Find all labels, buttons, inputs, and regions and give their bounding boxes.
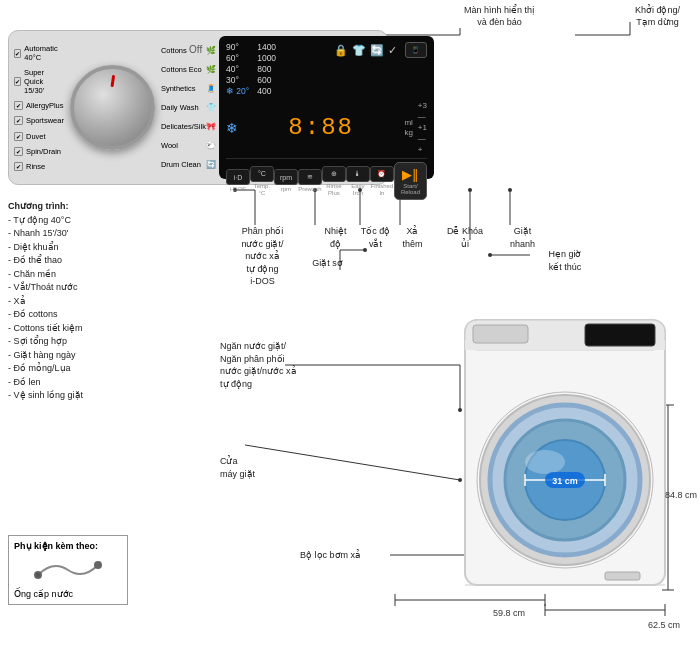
status-icons: 🔒 👕 🔄 ✓ 📱 [334, 42, 427, 58]
snowflake-icon: ❄ [226, 120, 238, 136]
btn-idos[interactable]: i·D i-DOS [226, 169, 250, 193]
svg-rect-41 [473, 325, 528, 343]
prog-chk-3: ✔ [14, 101, 23, 110]
prog-sports: ✔ Sportswear [14, 116, 64, 125]
plus-values: +3 — +1 — + [418, 101, 427, 154]
prog-quick: ✔ Super Quick 15/30' [14, 68, 64, 95]
dim-height-label: 84.8 cm [665, 490, 697, 500]
prog-drum: Drum Clean 🔄 [161, 160, 216, 169]
svg-point-48 [525, 450, 565, 474]
cua-may-giat-label: Cửa máy giặt [220, 455, 290, 480]
chuong-trinh-label: Chương trình: - Tự động 40°C - Nhanh 15'… [8, 200, 218, 403]
prog-daily: Daily Wash 👕 [161, 103, 216, 112]
icon-done: ✓ [388, 44, 397, 57]
btn-temp[interactable]: °C Temp. °C [250, 166, 274, 197]
accessories-title: Phụ kiện kèm theo: [14, 541, 122, 551]
ngan-nuoc-giat-label: Ngăn nước giặt/ Ngăn phân phối nước giặt… [220, 340, 310, 390]
prog-spin: ✔ Spin/Drain [14, 147, 64, 156]
prog-allergy: ✔ AllergyPlus [14, 101, 64, 110]
prog-chk-2: ✔ [14, 77, 21, 86]
svg-rect-42 [585, 324, 655, 346]
speed-options: 1400 1000 800 600 400 [257, 42, 276, 97]
start-reload-button[interactable]: ▶‖ Start/Reload [394, 162, 427, 200]
cable-image [14, 555, 122, 585]
time-display: 8:88 [241, 114, 401, 141]
giat-so-label: Giặt sơ [300, 258, 355, 268]
xa-them-label: Xả thêm [390, 225, 435, 250]
bo-loc-bom-xa-label: Bộ lọc bơm xả [300, 550, 390, 560]
display-screen: 90° 60° 40° 30° ❄ 20° 1400 1000 800 600 … [219, 36, 434, 179]
prog-wool: Wool 🐑 [161, 141, 216, 150]
cable-svg [33, 555, 103, 585]
svg-point-57 [94, 561, 102, 569]
prog-chk-7: ✔ [14, 162, 23, 171]
prog-chk-1: ✔ [14, 49, 21, 58]
btn-prewash[interactable]: ≋ Prewash [298, 169, 322, 193]
icon-spin: 🔄 [370, 44, 384, 57]
prog-automatic: ✔ Automatic 40°C [14, 44, 64, 62]
svg-rect-54 [605, 572, 640, 580]
washing-machine-drawing: 31 cm [455, 310, 685, 620]
accessories-section: Phụ kiện kèm theo: Ống cấp nước [8, 535, 128, 605]
function-buttons-row: i·D i-DOS °C Temp. °C rpm rpm ≋ Prewash … [226, 158, 427, 200]
svg-point-17 [488, 253, 492, 257]
svg-text:31 cm: 31 cm [552, 476, 578, 486]
btn-finished-in[interactable]: ⏰ Finished In [370, 166, 394, 197]
program-dial[interactable] [70, 65, 155, 150]
programs-right: Cottons 🌿 Cottons Eco 🌿 Synthetics 🧵 Dai… [161, 36, 216, 179]
prog-chk-5: ✔ [14, 132, 23, 141]
start-icon: ▶‖ [402, 167, 419, 182]
svg-rect-58 [36, 573, 40, 577]
temp-options: 90° 60° 40° 30° ❄ 20° [226, 42, 249, 97]
page: Màn hình hiển thị và đèn báo Khởi động/ … [0, 0, 700, 670]
de-khoa-ui-label: Dễ Khóa ủi [440, 225, 490, 250]
accessories-label: Ống cấp nước [14, 589, 122, 599]
off-label: Off [189, 44, 202, 55]
display-digits-row: ❄ 8:88 ml kg +3 — +1 — + [226, 101, 427, 154]
prog-cottons-eco: Cottons Eco 🌿 [161, 65, 216, 74]
btn-rinse-plus[interactable]: ⊕ Rinse Plus [322, 166, 346, 197]
prog-rinse: ✔ Rinse [14, 162, 64, 171]
programs-left: ✔ Automatic 40°C ✔ Super Quick 15/30' ✔ … [14, 36, 64, 179]
btn-rpm[interactable]: rpm rpm [274, 169, 298, 193]
prog-synthetics: Synthetics 🧵 [161, 84, 216, 93]
icon-wash: 👕 [352, 44, 366, 57]
remote-icon: 📱 [405, 42, 427, 58]
prog-chk-6: ✔ [14, 147, 23, 156]
icon-lock: 🔒 [334, 44, 348, 57]
control-panel: Off ✔ Automatic 40°C ✔ Super Quick 15/30… [8, 30, 388, 185]
dial-indicator [111, 75, 116, 87]
svg-point-21 [508, 188, 512, 192]
btn-easy-iron[interactable]: 🌡 Easy Iron [346, 166, 370, 197]
giat-nhanh-label: Giặt nhanh [495, 225, 550, 250]
ann-start-label: Khởi động/ Tạm dừng [635, 5, 680, 28]
prog-duvet: ✔ Duvet [14, 132, 64, 141]
phan-phoi-label: Phân phối nước giặt/ nước xả tự động i-D… [220, 225, 305, 288]
prog-delicates: Delicates/Silk 🎀 [161, 122, 216, 131]
hen-gio-ket-thuc-label: Hẹn giờ kết thúc [530, 248, 600, 273]
svg-point-19 [468, 188, 472, 192]
dim-width1-label: 59.8 cm [493, 608, 525, 618]
prog-chk-4: ✔ [14, 116, 23, 125]
ann-display-label: Màn hình hiển thị và đèn báo [464, 5, 535, 28]
dim-width2-label: 62.5 cm [648, 620, 680, 630]
